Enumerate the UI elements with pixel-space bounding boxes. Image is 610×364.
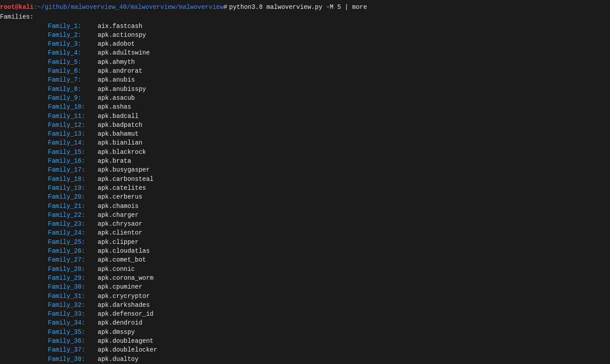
family-value: apk.catelites (98, 184, 146, 192)
family-value: apk.comet_bot (98, 255, 146, 264)
family-value: apk.busygasper (98, 165, 150, 174)
family-row: Family_32:apk.darkshades (0, 301, 610, 309)
families-container: Family_1:aix.fastcashFamily_2:apk.action… (0, 22, 610, 364)
family-key: Family_1: (0, 22, 98, 31)
family-value: apk.anubis (98, 75, 135, 84)
prompt-user: root@kali (0, 3, 34, 12)
family-value: apk.cloudatlas (98, 247, 150, 255)
family-key: Family_4: (0, 48, 98, 57)
family-row: Family_26:apk.cloudatlas (0, 247, 610, 255)
family-key: Family_25: (0, 238, 98, 247)
family-value: apk.cpuminer (98, 282, 142, 291)
family-value: apk.blackrock (98, 148, 146, 157)
family-row: Family_3:apk.adobot (0, 39, 610, 48)
family-row: Family_28:apk.connic (0, 265, 610, 274)
family-key: Family_9: (0, 94, 98, 102)
family-key: Family_5: (0, 58, 98, 67)
family-key: Family_21: (0, 202, 98, 211)
family-row: Family_30:apk.cpuminer (0, 282, 610, 291)
family-value: apk.bianlian (98, 138, 142, 147)
family-row: Family_22:apk.charger (0, 211, 610, 219)
family-key: Family_32: (0, 301, 98, 309)
family-value: aix.fastcash (98, 22, 142, 31)
family-row: Family_8:apk.anubisspy (0, 85, 610, 94)
family-key: Family_31: (0, 292, 98, 301)
family-value: apk.adultswine (98, 48, 150, 57)
family-value: apk.cerberus (98, 192, 142, 201)
family-value: apk.dualtoy (98, 355, 138, 364)
family-value: apk.actionspy (98, 31, 146, 39)
family-key: Family_18: (0, 175, 98, 184)
family-key: Family_37: (0, 345, 98, 354)
family-key: Family_28: (0, 265, 98, 274)
family-value: apk.badcall (98, 112, 138, 121)
family-row: Family_15:apk.blackrock (0, 148, 610, 157)
family-key: Family_30: (0, 282, 98, 291)
family-value: apk.ahmyth (98, 58, 135, 67)
family-row: Family_6:apk.androrat (0, 67, 610, 75)
family-value: apk.dmsspy (98, 328, 135, 337)
prompt-path: :~/github/malwoverview_40/malwoverview/m… (34, 3, 224, 12)
family-row: Family_19:apk.catelites (0, 184, 610, 192)
prompt-hash: # (224, 3, 227, 12)
family-row: Family_25:apk.clipper (0, 238, 610, 247)
prompt-command: python3.8 malwoverview.py -M 5 | more (229, 3, 367, 12)
family-row: Family_2:apk.actionspy (0, 31, 610, 39)
family-row: Family_37:apk.doublelocker (0, 345, 610, 354)
family-key: Family_22: (0, 211, 98, 219)
family-key: Family_36: (0, 337, 98, 345)
family-row: Family_9:apk.asacub (0, 94, 610, 102)
family-key: Family_17: (0, 165, 98, 174)
family-key: Family_26: (0, 247, 98, 255)
family-key: Family_33: (0, 309, 98, 318)
family-key: Family_35: (0, 328, 98, 337)
families-label: Families: (0, 12, 610, 21)
family-row: Family_7:apk.anubis (0, 75, 610, 84)
family-value: apk.charger (98, 211, 138, 219)
family-row: Family_5:apk.ahmyth (0, 58, 610, 67)
family-key: Family_14: (0, 138, 98, 147)
family-row: Family_24:apk.clientor (0, 228, 610, 237)
family-value: apk.carbonsteal (98, 175, 153, 184)
family-row: Family_20:apk.cerberus (0, 192, 610, 201)
family-value: apk.anubisspy (98, 85, 146, 94)
family-row: Family_1:aix.fastcash (0, 22, 610, 31)
family-value: apk.asacub (98, 94, 135, 102)
family-row: Family_12:apk.badpatch (0, 121, 610, 129)
family-row: Family_4:apk.adultswine (0, 48, 610, 57)
family-key: Family_34: (0, 318, 98, 327)
family-key: Family_10: (0, 102, 98, 111)
family-row: Family_23:apk.chrysaor (0, 219, 610, 228)
family-row: Family_14:apk.bianlian (0, 138, 610, 147)
family-row: Family_21:apk.chamois (0, 202, 610, 211)
family-key: Family_16: (0, 157, 98, 165)
family-key: Family_19: (0, 184, 98, 192)
family-key: Family_23: (0, 219, 98, 228)
family-value: apk.corona_worm (98, 274, 153, 282)
family-row: Family_27:apk.comet_bot (0, 255, 610, 264)
family-value: apk.crycryptor (98, 292, 150, 301)
family-key: Family_29: (0, 274, 98, 282)
family-key: Family_38: (0, 355, 98, 364)
family-row: Family_33:apk.defensor_id (0, 309, 610, 318)
family-row: Family_34:apk.dendroid (0, 318, 610, 327)
family-key: Family_7: (0, 75, 98, 84)
family-key: Family_2: (0, 31, 98, 39)
family-value: apk.badpatch (98, 121, 142, 129)
family-value: apk.androrat (98, 67, 142, 75)
family-value: apk.clientor (98, 228, 142, 237)
family-key: Family_12: (0, 121, 98, 129)
family-key: Family_11: (0, 112, 98, 121)
family-value: apk.adobot (98, 39, 135, 48)
family-row: Family_11:apk.badcall (0, 112, 610, 121)
prompt-line: root@kali :~/github/malwoverview_40/malw… (0, 3, 610, 12)
family-row: Family_35:apk.dmsspy (0, 328, 610, 337)
family-row: Family_18:apk.carbonsteal (0, 175, 610, 184)
family-value: apk.chrysaor (98, 219, 142, 228)
family-value: apk.chamois (98, 202, 138, 211)
family-key: Family_15: (0, 148, 98, 157)
family-value: apk.defensor_id (98, 309, 153, 318)
family-row: Family_17:apk.busygasper (0, 165, 610, 174)
family-key: Family_24: (0, 228, 98, 237)
family-value: apk.ashas (98, 102, 131, 111)
